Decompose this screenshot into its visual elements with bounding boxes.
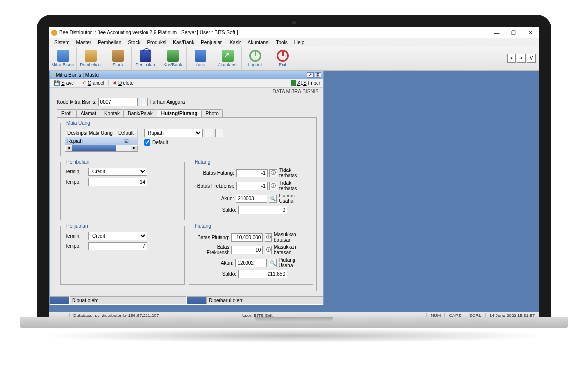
menu-master[interactable]: Master	[74, 39, 95, 46]
tabs: ProfilAlamatKontakBank/PajakHutang/Piuta…	[57, 109, 317, 118]
tab-bankpajak[interactable]: Bank/Pajak	[123, 109, 157, 117]
child-close-button[interactable]: ⊠	[315, 72, 321, 78]
hutang-freq-label: Batas Frekuensi:	[193, 183, 234, 189]
menu-pembelian[interactable]: Pembelian	[95, 39, 124, 46]
toolbar-prev-button[interactable]: <	[507, 54, 516, 63]
piutang-akun-lookup-button[interactable]: 🔍	[269, 259, 276, 267]
delete-button[interactable]: ✖Delete	[109, 80, 138, 86]
tab-photo[interactable]: Photo	[201, 109, 223, 117]
piutang-freq-hint: Masukkan batasan	[274, 244, 309, 255]
penjualan-tempo-input[interactable]	[88, 242, 147, 250]
menu-produksi[interactable]: Produksi	[144, 39, 169, 46]
xls-import-button[interactable]: XLS Impor	[288, 80, 323, 86]
toolbar-label: Stock	[112, 62, 123, 67]
kode-input[interactable]	[98, 98, 138, 106]
currency-select[interactable]: Rupiah	[144, 129, 203, 137]
toolbar-logout-button[interactable]: Logout	[242, 47, 269, 70]
hutang-akun-input[interactable]	[236, 195, 267, 203]
hutang-saldo-field	[238, 206, 287, 214]
child-restore-button[interactable]: ⤢	[307, 72, 314, 78]
toolbar-kasir-button[interactable]: Kasir	[187, 47, 214, 70]
tab-hutangpiutang[interactable]: Hutang/Piutang	[157, 109, 202, 117]
menu-tools[interactable]: Tools	[273, 39, 290, 46]
toolbar-next-button[interactable]: >	[517, 54, 526, 63]
toolbar-exit-button[interactable]: Exit	[269, 47, 296, 70]
laptop-base	[20, 317, 568, 328]
toolbar-v-button[interactable]: V	[527, 54, 536, 63]
child-status-cell-1	[50, 296, 70, 305]
exit-icon	[277, 50, 289, 62]
menu-sistem[interactable]: Sistem	[51, 39, 73, 46]
bank-icon	[167, 50, 179, 62]
minimize-button[interactable]: —	[489, 28, 505, 37]
piutang-batas-input[interactable]	[231, 233, 263, 242]
cancel-button[interactable]: ↶Cancel	[78, 80, 109, 86]
currency-add-button[interactable]: +	[205, 129, 213, 137]
piutang-akun-input[interactable]	[235, 259, 267, 267]
default-checkbox[interactable]	[144, 139, 150, 146]
logout-icon	[249, 50, 261, 62]
stock-icon	[112, 50, 124, 62]
hutang-freq-info-button[interactable]: ⓘ	[270, 182, 277, 190]
menu-stock[interactable]: Stock	[125, 39, 143, 46]
menu-penjualan[interactable]: Penjualan	[198, 39, 225, 46]
child-status-cell-2	[187, 296, 206, 305]
pembelian-termin-select[interactable]: Credit	[88, 168, 147, 176]
app-icon	[51, 30, 57, 36]
scroll-left-icon[interactable]: ◄	[65, 145, 72, 151]
bag-icon	[140, 50, 151, 62]
hutang-batas-info-button[interactable]: ⓘ	[270, 169, 277, 177]
hutang-batas-hint: Tidak terbatas	[279, 168, 309, 178]
piutang-batas-info-button[interactable]: ⓘ	[265, 233, 272, 242]
piutang-akun-name: Piutang Usaha	[279, 257, 309, 268]
fieldset-hutang: Hutang Batas Hutang: ⓘ Tidak terbatas Ba…	[189, 159, 313, 220]
camera-icon	[292, 21, 296, 24]
penjualan-termin-label: Termin:	[65, 233, 86, 239]
tab-profil[interactable]: Profil	[57, 109, 77, 117]
hutang-freq-hint: Tidak terbatas	[279, 180, 309, 191]
toolbar-stock-button[interactable]: Stock	[104, 47, 132, 70]
hutang-batas-input[interactable]	[236, 169, 268, 177]
menu-kasbank[interactable]: Kas/Bank	[170, 39, 197, 46]
tab-kontak[interactable]: Kontak	[100, 109, 124, 117]
menu-kasir[interactable]: Kasir	[227, 39, 244, 46]
piutang-freq-label: Batas Frekuensi:	[193, 244, 229, 255]
toolbar-mitrabisnis-button[interactable]: Mitra Bisnis	[49, 47, 77, 70]
pembelian-tempo-input[interactable]	[88, 178, 147, 186]
piutang-freq-input[interactable]	[231, 246, 263, 254]
piutang-saldo-field	[238, 270, 287, 278]
piutang-batas-label: Batas Piutang:	[193, 235, 229, 240]
mdi-area: ✿ Mitra Bisnis | Master ⤢ ⊠ 💾Save ↶Cance…	[49, 71, 539, 312]
menu-help[interactable]: Help	[292, 39, 308, 46]
fieldset-piutang: Piutang Batas Piutang: ⓘ Masukkan batasa…	[189, 223, 313, 285]
scroll-right-icon[interactable]: ►	[131, 145, 138, 151]
hutang-freq-input[interactable]	[236, 182, 268, 190]
screen: Bee Distributor :: Bee Accounting versio…	[49, 27, 539, 318]
close-button[interactable]: ✕	[522, 28, 539, 37]
hutang-akun-lookup-button[interactable]: 🔍	[269, 195, 277, 203]
grid-head-desc: Deskripsi Mata Uang	[65, 129, 116, 137]
toolbar-penjualan-button[interactable]: Penjualan	[132, 47, 159, 70]
maximize-button[interactable]: ❐	[505, 28, 522, 37]
grid-row[interactable]: Rupiah ☑	[65, 137, 138, 145]
currency-remove-button[interactable]: −	[215, 129, 223, 137]
toolbar-label: Mitra Bisnis	[51, 62, 74, 67]
toolbar-label: Logout	[248, 62, 262, 67]
kode-lookup-button[interactable]: 📄	[140, 98, 148, 106]
piutang-batas-hint: Masukkan batasan	[274, 232, 309, 243]
tab-alamat[interactable]: Alamat	[76, 109, 100, 117]
save-button[interactable]: 💾Save	[50, 80, 78, 86]
child-window: ✿ Mitra Bisnis | Master ⤢ ⊠ 💾Save ↶Cance…	[49, 71, 324, 305]
laptop-frame: Bee Distributor :: Bee Accounting versio…	[37, 15, 551, 318]
penjualan-termin-select[interactable]: Credit	[88, 232, 147, 240]
status-user: User: BITS Soft	[238, 313, 277, 318]
menu-akuntansi[interactable]: Akuntansi	[245, 39, 272, 46]
kode-label: Kode Mitra Bisnis:	[57, 99, 97, 105]
toolbar-kasbank-button[interactable]: Kas/Bank	[159, 47, 187, 70]
toolbar-akuntansi-button[interactable]: Akuntansi	[214, 47, 242, 70]
piutang-freq-info-button[interactable]: ⓘ	[265, 246, 272, 254]
fieldset-mata-uang: Mata Uang Deskripsi Mata Uang Default Ru…	[60, 121, 313, 156]
toolbar-pembelian-button[interactable]: Pembelian	[77, 47, 104, 70]
status-database: Database: ps_distributor @ 156.67.221.20…	[69, 313, 163, 318]
grid-scrollbar[interactable]: ◄ ►	[65, 145, 138, 152]
